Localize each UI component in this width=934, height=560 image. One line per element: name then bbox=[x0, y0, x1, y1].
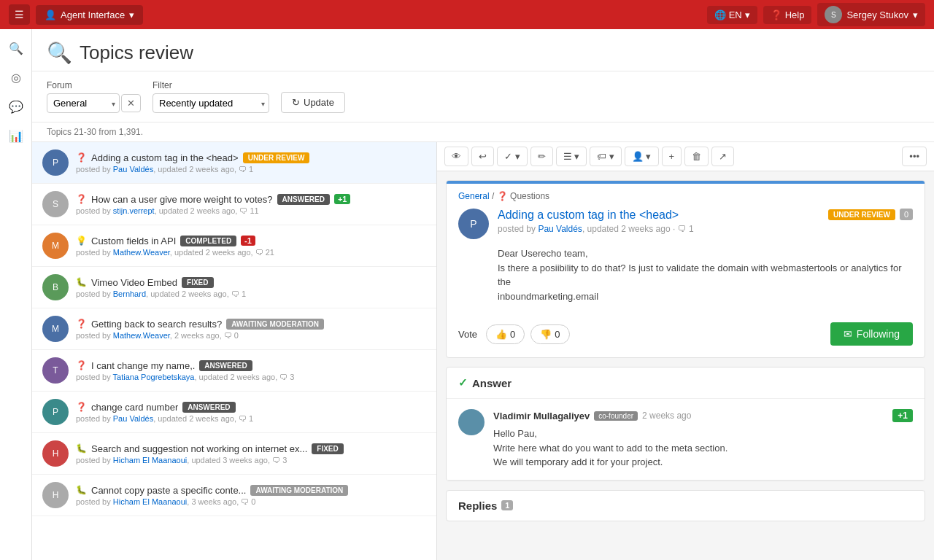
author-link[interactable]: Hicham El Maanaoui bbox=[113, 497, 188, 506]
post-meta: posted by Pau Valdés, updated 2 weeks ag… bbox=[498, 224, 819, 234]
post-info: Adding a custom tag in the <head> posted… bbox=[498, 209, 819, 234]
status-button[interactable]: ✓ ▾ bbox=[497, 147, 528, 166]
author-link[interactable]: Pau Valdés bbox=[113, 165, 153, 174]
topic-title: Cannot copy paste a specific conte... bbox=[91, 485, 246, 496]
agent-interface-button[interactable]: 👤 Agent Interface ▾ bbox=[36, 5, 143, 25]
view-button[interactable]: 👁 bbox=[444, 147, 468, 166]
user-menu-button[interactable]: S Sergey Stukov ▾ bbox=[817, 3, 925, 26]
list-button[interactable]: ☰ ▾ bbox=[556, 147, 587, 166]
more-button[interactable]: ••• bbox=[902, 147, 927, 166]
topic-body: 💡 Custom fields in API COMPLETED -1 post… bbox=[76, 236, 426, 257]
score-badge: +1 bbox=[334, 194, 351, 204]
author-link[interactable]: Hicham El Maanaoui bbox=[113, 456, 188, 464]
avatar: T bbox=[42, 357, 69, 384]
topic-meta: posted by Hicham El Maanaoui, updated 3 … bbox=[76, 456, 426, 464]
external-button[interactable]: ↗ bbox=[711, 147, 734, 166]
post-author-link[interactable]: Pau Valdés bbox=[538, 224, 582, 234]
forum-label: Forum bbox=[47, 80, 141, 90]
topic-title: Getting back to search results? bbox=[91, 319, 222, 330]
topic-item[interactable]: S ❓ How can a user give more weight to v… bbox=[32, 184, 436, 225]
avatar: P bbox=[42, 149, 69, 176]
topic-meta: posted by stijn.verrept, updated 2 weeks… bbox=[76, 206, 426, 215]
topic-body: ❓ Getting back to search results? AWAITI… bbox=[76, 319, 426, 340]
sidebar-item-target[interactable]: ◎ bbox=[3, 64, 29, 90]
status-badge: FIXED bbox=[312, 443, 343, 454]
topic-title: How can a user give more weight to votes… bbox=[91, 194, 273, 205]
breadcrumb-forum-link[interactable]: General bbox=[458, 191, 490, 201]
author-link[interactable]: stijn.verrept bbox=[113, 206, 155, 215]
topic-title: Adding a custom tag in the <head> bbox=[91, 152, 239, 163]
answer-body: Vladimir Mullagaliyev co-founder 2 weeks… bbox=[493, 409, 913, 470]
vote-buttons: Vote 👍 0 👎 0 bbox=[458, 324, 570, 344]
topic-type-icon: 🐛 bbox=[76, 443, 87, 454]
breadcrumb: General / ❓ Questions bbox=[447, 184, 925, 201]
sidebar-item-search[interactable]: 🔍 bbox=[3, 35, 29, 61]
avatar: M bbox=[42, 316, 69, 342]
topic-item[interactable]: H 🐛 Search and suggestion not working on… bbox=[32, 433, 436, 475]
topic-body: ❓ How can a user give more weight to vot… bbox=[76, 194, 426, 215]
add-button[interactable]: + bbox=[662, 147, 682, 166]
topic-item[interactable]: P ❓ Adding a custom tag in the <head> UN… bbox=[32, 142, 436, 184]
language-button[interactable]: 🌐 EN ▾ bbox=[707, 6, 757, 24]
forum-filter-group: Forum General ▾ ✕ bbox=[47, 80, 141, 113]
thumbs-up-icon: 👍 bbox=[495, 329, 507, 340]
globe-icon: 🌐 bbox=[714, 9, 726, 20]
post-badge-wrap: UNDER REVIEW 0 bbox=[828, 209, 913, 220]
filter-select[interactable]: Recently updated bbox=[153, 93, 269, 113]
topic-item[interactable]: H 🐛 Cannot copy paste a specific conte..… bbox=[32, 475, 436, 516]
sidebar-item-chart[interactable]: 📊 bbox=[3, 122, 29, 149]
author-link[interactable]: Mathew.Weaver bbox=[113, 248, 170, 257]
status-badge: AWAITING MODERATION bbox=[226, 319, 324, 330]
tag-button[interactable]: 🏷 ▾ bbox=[590, 147, 622, 166]
following-button[interactable]: ✉ Following bbox=[830, 322, 913, 346]
vote-up-button[interactable]: 👍 0 bbox=[486, 324, 525, 344]
update-button[interactable]: ↻ Update bbox=[281, 92, 345, 113]
lang-arrow-icon: ▾ bbox=[745, 9, 750, 20]
topic-item[interactable]: P ❓ change card number ANSWERED posted b… bbox=[32, 392, 436, 433]
envelope-icon: ✉ bbox=[844, 328, 852, 340]
author-link[interactable]: Tatiana Pogrebetskaya bbox=[113, 373, 195, 381]
post-title-link[interactable]: Adding a custom tag in the <head> bbox=[498, 209, 679, 221]
clear-forum-button[interactable]: ✕ bbox=[121, 94, 141, 112]
status-badge: COMPLETED bbox=[180, 236, 236, 246]
update-icon: ↻ bbox=[292, 97, 300, 108]
post-header: P Adding a custom tag in the <head> post… bbox=[447, 201, 925, 246]
reply-button[interactable]: ↩ bbox=[471, 147, 494, 166]
panel-toolbar: 👁 ↩ ✓ ▾ ✏ ☰ ▾ 🏷 ▾ 👤 ▾ + 🗑 ↗ ••• bbox=[437, 142, 934, 171]
answer-item: Vladimir Mullagaliyev co-founder 2 weeks… bbox=[447, 399, 925, 481]
page-header: 🔍 Topics review bbox=[32, 29, 934, 71]
status-badge: ANSWERED bbox=[199, 360, 252, 371]
page-title-icon: 🔍 bbox=[47, 41, 72, 65]
avatar: H bbox=[42, 482, 69, 508]
answer-time: 2 weeks ago bbox=[642, 411, 691, 421]
answer-meta-row: Vladimir Mullagaliyev co-founder 2 weeks… bbox=[493, 409, 913, 422]
vote-down-button[interactable]: 👎 0 bbox=[530, 324, 569, 344]
status-badge: AWAITING MODERATION bbox=[250, 485, 348, 496]
topic-item[interactable]: M 💡 Custom fields in API COMPLETED -1 po… bbox=[32, 225, 436, 267]
delete-button[interactable]: 🗑 bbox=[684, 147, 709, 166]
author-link[interactable]: Mathew.Weaver bbox=[113, 331, 170, 340]
topic-type-icon: 💡 bbox=[76, 236, 87, 246]
assign-button[interactable]: 👤 ▾ bbox=[625, 147, 659, 166]
author-link[interactable]: Pau Valdés bbox=[113, 414, 153, 423]
topic-item[interactable]: T ❓ I cant change my name,. ANSWERED pos… bbox=[32, 350, 436, 392]
topic-title: change card number bbox=[91, 402, 178, 413]
author-link[interactable]: Bernhard bbox=[113, 289, 146, 298]
topic-item[interactable]: M ❓ Getting back to search results? AWAI… bbox=[32, 308, 436, 350]
topic-item[interactable]: B 🐛 Vimeo Video Embed FIXED posted by Be… bbox=[32, 267, 436, 308]
breadcrumb-sep: / bbox=[492, 191, 497, 201]
help-button[interactable]: ❓ Help bbox=[763, 6, 812, 24]
help-icon: ❓ bbox=[771, 9, 782, 20]
edit-button[interactable]: ✏ bbox=[530, 147, 553, 166]
questions-icon: ❓ bbox=[497, 191, 508, 201]
avatar: H bbox=[42, 440, 69, 467]
topic-title: I cant change my name,. bbox=[91, 360, 195, 371]
sidebar-item-chat[interactable]: 💬 bbox=[3, 93, 29, 120]
answer-header: ✓ Answer bbox=[447, 368, 925, 399]
forum-select[interactable]: General bbox=[47, 93, 120, 113]
right-panel: 👁 ↩ ✓ ▾ ✏ ☰ ▾ 🏷 ▾ 👤 ▾ + 🗑 ↗ ••• bbox=[437, 142, 934, 560]
hamburger-button[interactable]: ☰ bbox=[9, 4, 30, 25]
avatar: S bbox=[42, 191, 69, 217]
filter-label: Filter bbox=[153, 80, 269, 90]
user-avatar: S bbox=[825, 6, 842, 23]
